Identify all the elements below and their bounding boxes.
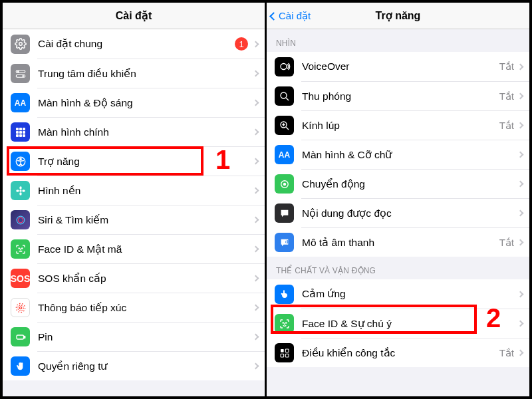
svg-point-26 <box>17 305 23 310</box>
svg-rect-7 <box>23 128 25 130</box>
row-label: Màn hình & Độ sáng <box>38 97 253 109</box>
chevron-right-icon <box>253 158 259 165</box>
chevron-right-icon <box>253 70 259 77</box>
svg-point-16 <box>19 190 21 192</box>
row-value: Tắt <box>499 347 514 359</box>
svg-point-18 <box>19 192 21 196</box>
row-privacy[interactable]: Quyền riêng tư <box>37 351 265 380</box>
chevron-right-icon <box>253 129 259 136</box>
gear-icon <box>11 35 30 54</box>
row-label: Hình nền <box>38 185 253 197</box>
row-value: Tắt <box>499 90 514 102</box>
chevron-right-icon <box>517 239 524 246</box>
svg-point-17 <box>19 186 21 190</box>
page-title: Trợ năng <box>376 9 421 22</box>
row-accessibility[interactable]: Trợ năng <box>37 146 265 176</box>
chevron-right-icon <box>517 181 524 188</box>
chevron-right-icon <box>253 363 259 370</box>
row-label: Quyền riêng tư <box>38 360 253 372</box>
row-display[interactable]: AA Màn hình & Độ sáng <box>37 88 265 117</box>
row-general[interactable]: Cài đặt chung 1 <box>3 29 265 59</box>
chevron-right-icon <box>253 217 259 223</box>
row-switch-control[interactable]: Điều khiển công tắc Tắt <box>301 338 529 367</box>
svg-rect-39 <box>281 354 284 357</box>
svg-point-31 <box>281 92 287 98</box>
row-label: Face ID & Sự chú ý <box>302 318 518 330</box>
chevron-right-icon <box>253 41 259 47</box>
chevron-right-icon <box>253 334 259 340</box>
row-voiceover[interactable]: VoiceOver Tắt <box>267 52 529 81</box>
svg-point-35 <box>283 322 283 323</box>
svg-rect-8 <box>16 131 19 134</box>
navbar-accessibility: Cài đặt Trợ năng <box>267 3 529 29</box>
row-magnifier[interactable]: Kính lúp Tắt <box>301 110 529 140</box>
back-button[interactable]: Cài đặt <box>271 3 311 29</box>
row-label: SOS khẩn cấp <box>38 273 253 285</box>
svg-rect-37 <box>281 349 284 352</box>
tutorial-composite: Cài đặt Cài đặt chung 1 Trung tâm điều k… <box>0 0 532 399</box>
svg-point-30 <box>281 64 287 70</box>
zoom-icon <box>275 86 294 106</box>
notification-badge: 1 <box>235 37 248 51</box>
svg-rect-13 <box>23 134 25 137</box>
row-sos[interactable]: SOS SOS khẩn cấp <box>37 263 265 293</box>
row-label: Màn hình chính <box>38 126 253 138</box>
row-audiodesc[interactable]: Mô tả âm thanh Tắt <box>301 227 529 257</box>
physical-list: Cảm ứng Face ID & Sự chú ý Điều khiển cô… <box>267 279 529 367</box>
row-textsize[interactable]: AA Màn hình & Cỡ chữ <box>301 140 529 169</box>
svg-point-2 <box>17 70 19 72</box>
row-home[interactable]: Màn hình chính <box>37 117 265 146</box>
magnifier-plus-icon <box>275 116 294 135</box>
row-control-center[interactable]: Trung tâm điều khiển <box>37 59 265 88</box>
svg-point-19 <box>16 190 19 192</box>
row-label: Trợ năng <box>38 156 253 168</box>
svg-point-34 <box>283 183 285 185</box>
row-label: Màn hình & Cỡ chữ <box>302 149 518 161</box>
svg-point-23 <box>19 247 19 248</box>
speech-bubble-icon <box>275 203 294 223</box>
row-wallpaper[interactable]: Hình nền <box>37 176 265 205</box>
svg-rect-40 <box>285 354 289 357</box>
row-faceid[interactable]: Face ID & Mật mã <box>37 234 265 263</box>
row-spoken[interactable]: Nội dung được đọc <box>301 198 529 227</box>
row-label: Cài đặt chung <box>38 38 235 50</box>
row-battery[interactable]: Pin <box>37 322 265 351</box>
row-zoom[interactable]: Thu phóng Tắt <box>301 81 529 110</box>
svg-point-4 <box>22 75 24 77</box>
row-label: Mô tả âm thanh <box>302 237 499 249</box>
row-label: Kính lúp <box>302 120 499 132</box>
svg-point-36 <box>285 322 286 323</box>
navbar-settings: Cài đặt <box>3 3 265 29</box>
svg-point-22 <box>18 217 23 223</box>
row-label: Cảm ứng <box>302 288 518 300</box>
chevron-right-icon <box>253 305 259 311</box>
accessibility-icon <box>11 152 30 171</box>
row-touch[interactable]: Cảm ứng <box>267 279 529 309</box>
text-size-icon: AA <box>11 93 30 112</box>
toggles-icon <box>11 64 30 83</box>
chevron-right-icon <box>253 275 259 282</box>
row-label: Siri & Tìm kiếm <box>38 214 253 226</box>
section-physical: THỂ CHẤT VÀ VẬN ĐỘNG <box>267 257 529 279</box>
row-label: Nội dung được đọc <box>302 207 518 219</box>
chevron-right-icon <box>517 210 524 217</box>
faceid-icon <box>11 239 30 259</box>
settings-list: Cài đặt chung 1 Trung tâm điều khiển AA … <box>3 29 265 380</box>
svg-rect-11 <box>16 134 19 137</box>
row-label: Thu phóng <box>302 90 499 102</box>
home-grid-icon <box>11 122 30 142</box>
row-siri[interactable]: Siri & Tìm kiếm <box>37 205 265 234</box>
svg-rect-29 <box>24 336 25 338</box>
voiceover-icon <box>275 57 294 76</box>
row-label: Pin <box>38 331 253 343</box>
switch-control-icon <box>275 343 294 362</box>
row-motion[interactable]: Chuyển động <box>301 169 529 198</box>
hand-icon <box>11 356 30 376</box>
row-exposure[interactable]: Thông báo tiếp xúc <box>37 293 265 322</box>
exposure-icon <box>11 298 30 317</box>
chevron-right-icon <box>517 291 524 297</box>
chevron-right-icon <box>517 93 524 100</box>
svg-point-15 <box>19 158 21 160</box>
row-face-attention[interactable]: Face ID & Sự chú ý <box>301 309 529 338</box>
svg-point-24 <box>21 247 22 248</box>
